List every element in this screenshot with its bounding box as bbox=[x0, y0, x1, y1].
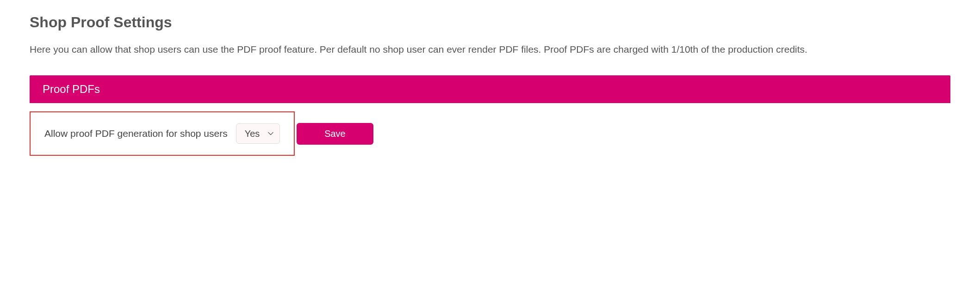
allow-proof-pdf-select[interactable]: Yes bbox=[236, 123, 280, 144]
allow-proof-pdf-select-wrap: Yes bbox=[236, 123, 280, 144]
allow-proof-pdf-label: Allow proof PDF generation for shop user… bbox=[44, 128, 228, 139]
page-description: Here you can allow that shop users can u… bbox=[30, 42, 950, 57]
save-button[interactable]: Save bbox=[297, 123, 373, 145]
page-title: Shop Proof Settings bbox=[30, 14, 950, 31]
setting-highlight-box: Allow proof PDF generation for shop user… bbox=[30, 111, 295, 156]
panel-header: Proof PDFs bbox=[30, 75, 950, 103]
